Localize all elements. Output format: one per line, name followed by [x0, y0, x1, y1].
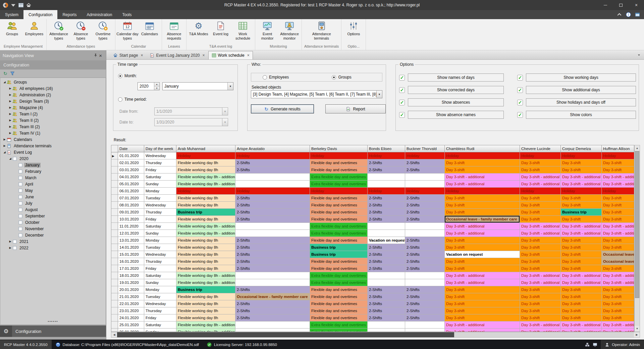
date-from-picker[interactable]: 1/1/2020 ▼: [154, 107, 228, 115]
schedule-cell[interactable]: Day 3-shift: [520, 251, 561, 258]
schedule-cell[interactable]: Day 3-shift - additional: [445, 230, 520, 237]
schedule-cell[interactable]: Day 3-shift: [602, 166, 634, 173]
menu-tab-tools[interactable]: Tools: [117, 10, 137, 19]
day-of-week-cell[interactable]: Thursday: [144, 307, 176, 314]
schedule-cell[interactable]: 2-Shifts: [405, 216, 445, 223]
column-header-huffman-allison[interactable]: Huffman Allison: [602, 145, 634, 152]
ribbon-button-event-monitor[interactable]: Event monitor: [256, 20, 278, 40]
day-of-week-cell[interactable]: Wednesday: [144, 202, 176, 209]
maximize-button[interactable]: [613, 0, 629, 10]
schedule-cell[interactable]: 2-Shifts: [405, 202, 445, 209]
doc-tab-work-schedule[interactable]: Work schedule×: [208, 51, 253, 59]
day-of-week-cell[interactable]: Saturday: [144, 272, 176, 279]
schedule-cell[interactable]: 2-Shifts: [235, 209, 310, 216]
schedule-cell[interactable]: Day 3-shift: [445, 265, 520, 272]
schedule-cell[interactable]: Flexible working day 8h: [176, 195, 235, 202]
vertical-scrollbar[interactable]: ▲ ▼: [634, 145, 640, 332]
schedule-cell[interactable]: Flexible day and overtimes: [310, 286, 368, 293]
ribbon-button-overtime-types[interactable]: Overtime types: [92, 20, 114, 40]
schedule-cell[interactable]: 2-Shifts: [368, 258, 405, 265]
schedule-cell[interactable]: [368, 223, 405, 230]
schedule-cell[interactable]: Day 3-shift: [602, 286, 634, 293]
date-cell[interactable]: 22.01.2020: [118, 300, 144, 307]
schedule-cell[interactable]: Flexible working day 8h - additional: [176, 279, 235, 286]
date-cell[interactable]: 19.01.2020: [118, 279, 144, 286]
schedule-cell[interactable]: 2-Shifts: [235, 265, 310, 272]
pin-icon[interactable]: [94, 53, 98, 57]
caret-down-icon[interactable]: [10, 2, 16, 8]
schedule-cell[interactable]: Day 3-shift: [602, 159, 634, 166]
schedule-cell[interactable]: Day 3-shift - additional: [445, 181, 520, 188]
date-cell[interactable]: 18.01.2020: [118, 272, 144, 279]
date-cell[interactable]: 16.01.2020: [118, 258, 144, 265]
schedule-cell[interactable]: Day 3-shift - additional: [561, 173, 602, 181]
schedule-cell[interactable]: Holiday: [405, 152, 445, 159]
schedule-cell[interactable]: [368, 272, 405, 279]
schedule-cell[interactable]: Flexible working day 8h: [176, 166, 235, 173]
date-cell[interactable]: 13.01.2020: [118, 237, 144, 244]
close-button[interactable]: ×: [629, 0, 644, 10]
schedule-cell[interactable]: Day 3-shift: [445, 286, 520, 293]
schedule-cell[interactable]: Flexible day and overtimes: [310, 159, 368, 166]
schedule-cell[interactable]: Day 3-shift: [561, 202, 602, 209]
schedule-cell[interactable]: Day 3-shift: [561, 314, 602, 321]
option-label[interactable]: Show additional days: [526, 86, 636, 94]
schedule-cell[interactable]: Extra flexible day and overtimes: [310, 173, 368, 181]
tree-item-july[interactable]: July: [0, 200, 106, 206]
day-of-week-cell[interactable]: Thursday: [144, 159, 176, 166]
column-header-chambless-rudi[interactable]: Chambless Rudi: [445, 145, 520, 152]
schedule-cell[interactable]: Extra flexible day and overtimes: [310, 223, 368, 230]
schedule-cell[interactable]: [235, 181, 310, 188]
schedule-cell[interactable]: Day 3-shift: [520, 159, 561, 166]
sidebar-footer[interactable]: ⚙ Configuration: [0, 326, 106, 337]
menu-tab-configuration[interactable]: Configuration: [23, 10, 57, 19]
day-of-week-cell[interactable]: Monday: [144, 286, 176, 293]
column-header-chevere-lucinde[interactable]: Chevere Lucinde: [520, 145, 561, 152]
close-tab-icon[interactable]: ×: [141, 53, 143, 58]
schedule-cell[interactable]: Flexible working day 8h: [176, 258, 235, 265]
day-of-week-cell[interactable]: Friday: [144, 166, 176, 173]
schedule-cell[interactable]: 2-Shifts: [405, 307, 445, 314]
date-cell[interactable]: 02.01.2020: [118, 159, 144, 166]
schedule-cell[interactable]: [405, 223, 445, 230]
scroll-right-icon[interactable]: ▶: [634, 332, 640, 337]
schedule-cell[interactable]: 2-Shifts: [368, 195, 405, 202]
schedule-cell[interactable]: Day 3-shift - additional: [445, 329, 520, 332]
date-cell[interactable]: 17.01.2020: [118, 265, 144, 272]
schedule-cell[interactable]: Day 3-shift: [445, 195, 520, 202]
schedule-cell[interactable]: [368, 173, 405, 181]
ribbon-button-calendars[interactable]: Calendars: [139, 20, 161, 36]
schedule-cell[interactable]: Day 3-shift: [602, 202, 634, 209]
option-label[interactable]: Show absence names: [408, 111, 504, 119]
schedule-cell[interactable]: 2-Shifts: [368, 251, 405, 258]
schedule-cell[interactable]: Holiday: [561, 152, 602, 159]
schedule-cell[interactable]: Day 3-shift: [445, 209, 520, 216]
schedule-cell[interactable]: 2-Shifts: [235, 166, 310, 173]
schedule-cell[interactable]: 2-Shifts: [235, 216, 310, 223]
schedule-cell[interactable]: Flexible working day 8h: [176, 244, 235, 251]
schedule-cell[interactable]: Holiday: [310, 188, 368, 195]
schedule-cell[interactable]: Day 3-shift - additional: [520, 329, 561, 332]
schedule-cell[interactable]: 2-Shifts: [368, 202, 405, 209]
schedule-cell[interactable]: Holiday: [176, 188, 235, 195]
schedule-cell[interactable]: 2-Shifts: [368, 209, 405, 216]
ribbon-button-attendance-terminals[interactable]: Attendance terminals: [311, 20, 333, 40]
schedule-cell[interactable]: Day 3-shift: [520, 195, 561, 202]
info-icon[interactable]: [626, 12, 631, 17]
date-cell[interactable]: 14.01.2020: [118, 244, 144, 251]
day-of-week-cell[interactable]: Wednesday: [144, 300, 176, 307]
day-of-week-cell[interactable]: Monday: [144, 237, 176, 244]
month-radio-row[interactable]: Month:: [118, 73, 137, 78]
checkbox-show-additional-days[interactable]: [517, 87, 523, 93]
report-button[interactable]: Report: [325, 104, 386, 113]
day-of-week-cell[interactable]: Tuesday: [144, 293, 176, 300]
date-cell[interactable]: 12.01.2020: [118, 230, 144, 237]
schedule-cell[interactable]: 2-Shifts: [235, 307, 310, 314]
day-of-week-cell[interactable]: Wednesday: [144, 251, 176, 258]
menu-tab-reports[interactable]: Reports: [57, 10, 82, 19]
option-label[interactable]: Show corrected days: [408, 86, 504, 94]
schedule-cell[interactable]: [368, 230, 405, 237]
schedule-cell[interactable]: 2-Shifts: [405, 314, 445, 321]
schedule-cell[interactable]: Holiday: [235, 152, 310, 159]
schedule-cell[interactable]: 2-Shifts: [405, 237, 445, 244]
